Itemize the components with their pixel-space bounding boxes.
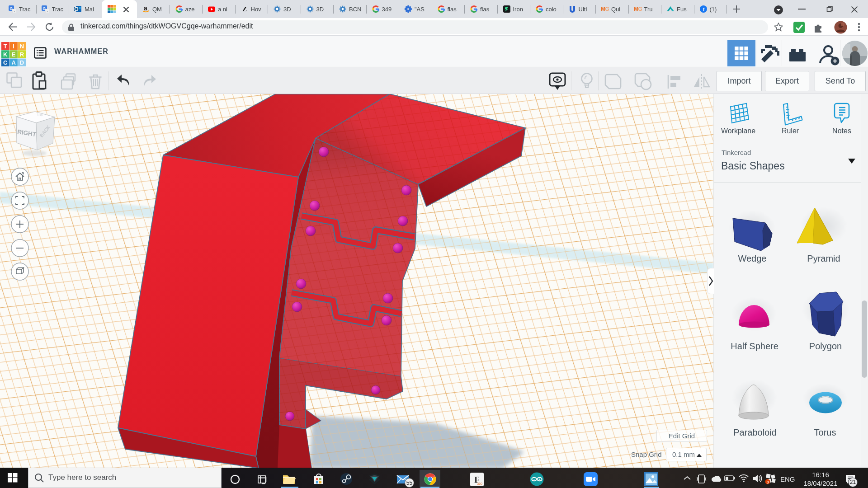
svg-text:K: K [3,51,8,58]
svg-text:f: f [703,7,704,12]
svg-text:a: a [144,5,147,12]
svg-text:I: I [13,43,14,50]
svg-text:Polygon: Polygon [809,341,842,351]
svg-text:G: G [605,6,609,12]
svg-text:Workplane: Workplane [721,127,755,135]
svg-text:x: x [14,10,15,13]
svg-text:Notes: Notes [832,127,851,135]
svg-text:Z: Z [242,5,246,13]
svg-text:Basic Shapes: Basic Shapes [721,160,785,172]
svg-text:Torus: Torus [814,427,836,437]
svg-text:M: M [634,6,638,12]
svg-text:Paraboloid: Paraboloid [733,427,777,437]
svg-text:G: G [638,6,642,12]
svg-text:Half Sphere: Half Sphere [731,341,778,351]
svg-text:D: D [20,59,24,66]
svg-text:Tinkercad: Tinkercad [722,149,751,156]
svg-text:M: M [601,6,605,12]
svg-text:Wedge: Wedge [738,253,766,263]
svg-text:N: N [20,43,24,50]
svg-text:C: C [3,59,8,66]
svg-text:Pyramid: Pyramid [807,253,840,263]
svg-text:x: x [47,10,48,13]
svg-text:R: R [20,51,24,58]
svg-text:A: A [11,59,16,66]
svg-text:Ruler: Ruler [782,127,799,135]
svg-text:3: 3 [766,480,769,484]
svg-text:T: T [4,43,7,50]
svg-text:360: 360 [477,482,482,485]
svg-text:E: E [12,51,16,58]
